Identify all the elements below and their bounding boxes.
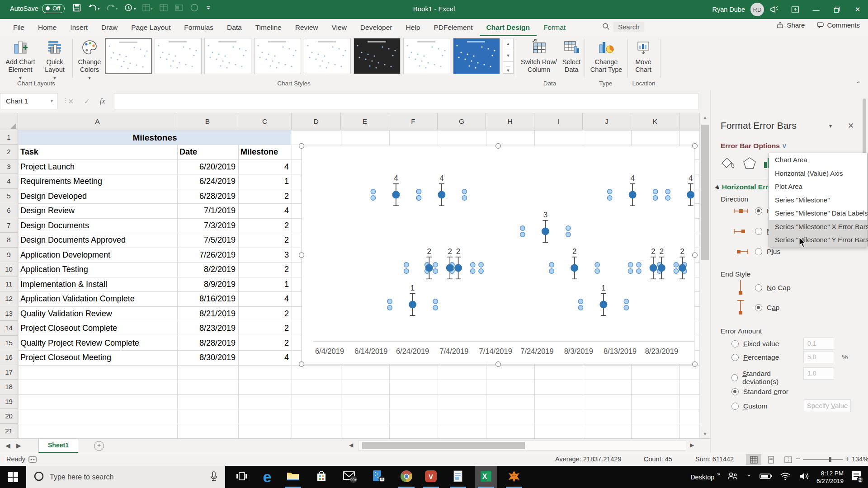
taskbar-app-file-explorer[interactable]: [282, 466, 304, 488]
share-button[interactable]: Share: [776, 21, 805, 29]
date-cell[interactable]: 8/23/2019: [177, 321, 236, 335]
tab-timeline[interactable]: Timeline: [249, 19, 288, 36]
tab-data[interactable]: Data: [220, 19, 249, 36]
change-colors-button[interactable]: Change Colors▾: [75, 38, 104, 82]
chart-style-thumbnail-5[interactable]: [304, 38, 351, 74]
autosave-pill[interactable]: Off: [42, 4, 65, 13]
date-cell[interactable]: 7/1/2019: [177, 203, 236, 218]
row-header-21[interactable]: 21: [0, 424, 18, 438]
taskbar-app-fox[interactable]: [503, 466, 525, 488]
new-sheet-button[interactable]: +: [94, 441, 104, 451]
people-icon[interactable]: [726, 471, 738, 483]
error-amount-fixed-value[interactable]: Fixed value: [731, 340, 779, 348]
task-cell[interactable]: Requirements Meeting: [20, 174, 176, 188]
error-amount-standard-error-radio[interactable]: [731, 388, 739, 395]
date-cell[interactable]: 8/9/2019: [177, 277, 236, 291]
touch-mode-icon[interactable]: ▾: [124, 3, 136, 12]
tab-file[interactable]: File: [6, 19, 31, 36]
restore-button[interactable]: [826, 0, 847, 19]
pane-options-menu-icon[interactable]: ▾: [829, 123, 832, 129]
task-cell[interactable]: Application Development: [20, 248, 176, 262]
page-layout-view-button[interactable]: [763, 454, 778, 465]
chart-selection-handle[interactable]: [496, 362, 501, 367]
error-amount-percentage-radio[interactable]: [731, 354, 739, 361]
taskbar-app-notes[interactable]: [447, 466, 469, 488]
taskbar-app-excel[interactable]: X: [475, 466, 497, 488]
column-header-A[interactable]: A: [18, 113, 177, 130]
date-cell[interactable]: 7/26/2019: [177, 248, 236, 262]
column-header-C[interactable]: C: [238, 113, 292, 130]
tab-review[interactable]: Review: [288, 19, 325, 36]
hscroll-track[interactable]: [358, 441, 686, 450]
tab-draw[interactable]: Draw: [94, 19, 124, 36]
milestone-cell[interactable]: 4: [238, 160, 289, 174]
task-cell[interactable]: Project Launch: [20, 160, 176, 174]
autosave-toggle[interactable]: AutoSave Off: [10, 4, 65, 13]
row-header-5[interactable]: 5: [0, 189, 18, 203]
specify-value-button[interactable]: Specify Value: [804, 399, 851, 412]
row-header-15[interactable]: 15: [0, 336, 18, 350]
add-chart-element-button[interactable]: Add Chart Element▾: [3, 38, 38, 82]
row-header-3[interactable]: 3: [0, 160, 18, 174]
error-amount-fixed-value-radio[interactable]: [731, 340, 739, 347]
hscroll-right-icon[interactable]: ▶: [690, 442, 694, 448]
taskbar-app-store[interactable]: [310, 466, 333, 488]
milestone-cell[interactable]: 4: [238, 350, 289, 365]
quick-layout-button[interactable]: Quick Layout▾: [40, 38, 70, 82]
error-amount-standard-deviation-s--input[interactable]: 1.0: [803, 367, 834, 380]
milestone-cell[interactable]: 2: [238, 218, 289, 233]
start-button[interactable]: [2, 466, 24, 488]
date-cell[interactable]: 8/21/2019: [177, 306, 236, 321]
zoom-in-icon[interactable]: +: [845, 455, 849, 464]
end-style-no-cap[interactable]: No Cap: [755, 284, 791, 292]
comments-button[interactable]: Comments: [816, 21, 860, 29]
milestone-cell[interactable]: 4: [238, 203, 289, 218]
tab-pdfelement[interactable]: PDFelement: [427, 19, 479, 36]
task-cell[interactable]: Quality Project Review Complete: [20, 336, 176, 350]
row-header-18[interactable]: 18: [0, 380, 18, 394]
tab-help[interactable]: Help: [399, 19, 427, 36]
chart-selection-handle[interactable]: [496, 144, 501, 149]
end-style-cap-radio[interactable]: [755, 304, 762, 311]
select-all-corner[interactable]: [0, 113, 18, 130]
chart-selection-handle[interactable]: [693, 362, 698, 367]
desktop-label[interactable]: Desktop: [690, 474, 714, 481]
chart-style-thumbnail-3[interactable]: [204, 38, 251, 74]
minimize-button[interactable]: —: [806, 0, 826, 19]
direction-plus-radio[interactable]: [755, 248, 762, 255]
column-header-F[interactable]: F: [389, 113, 438, 130]
row-header-6[interactable]: 6: [0, 203, 18, 218]
tab-home[interactable]: Home: [31, 19, 63, 36]
collapse-ribbon-icon[interactable]: ⌃: [856, 80, 861, 87]
customize-qat-icon[interactable]: [205, 3, 212, 12]
chart-style-thumbnail-7[interactable]: [403, 38, 450, 74]
task-cell[interactable]: Design Review: [20, 203, 176, 218]
zoom-level[interactable]: 134%: [852, 455, 868, 463]
row-header-8[interactable]: 8: [0, 233, 18, 247]
status-count[interactable]: Count: 45: [644, 455, 672, 463]
name-box[interactable]: Chart 1▾: [0, 93, 58, 109]
clock[interactable]: 8:12 PM 6/27/2019: [816, 469, 844, 485]
row-header-13[interactable]: 13: [0, 306, 18, 321]
chart-style-thumbnail-1[interactable]: [105, 38, 152, 74]
chart-selection-handle[interactable]: [693, 253, 698, 258]
hscroll-left-icon[interactable]: ◀: [349, 442, 353, 448]
cancel-formula-icon[interactable]: ✕: [68, 97, 74, 106]
row-header-19[interactable]: 19: [0, 394, 18, 409]
milestone-cell[interactable]: 2: [238, 336, 289, 350]
chart-style-thumbnail-4[interactable]: [254, 38, 301, 74]
chart-selection-handle[interactable]: [299, 253, 304, 258]
date-cell[interactable]: 6/28/2019: [177, 189, 236, 203]
milestone-scatter-chart[interactable]: 6/4/20196/14/20196/24/20197/4/20197/14/2…: [297, 141, 699, 369]
end-style-cap[interactable]: Cap: [755, 304, 779, 312]
row-header-14[interactable]: 14: [0, 321, 18, 335]
ribbon-display-options-icon[interactable]: [785, 0, 806, 19]
dropdown-item-6[interactable]: Series "Milestone" X Error Bars: [769, 220, 867, 234]
tab-chart-design[interactable]: Chart Design: [480, 19, 537, 36]
vertical-scrollbar[interactable]: ▲ ▼: [699, 113, 710, 438]
row-header-16[interactable]: 16: [0, 350, 18, 365]
hidden-icons-chevron[interactable]: ⌃: [746, 474, 751, 480]
dropdown-item-3[interactable]: Plot Area: [769, 180, 867, 193]
task-cell[interactable]: Design Documents Approved: [20, 233, 176, 247]
chart-style-thumbnail-2[interactable]: [155, 38, 202, 74]
